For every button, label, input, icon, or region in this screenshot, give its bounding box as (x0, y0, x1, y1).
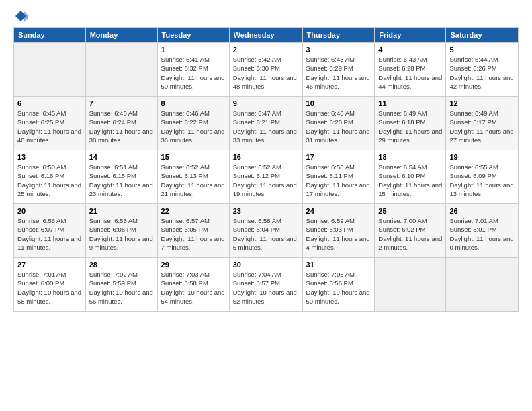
calendar-cell: 5Sunrise: 6:44 AM Sunset: 6:26 PM Daylig… (446, 43, 519, 97)
day-info: Sunrise: 6:56 AM Sunset: 6:06 PM Dayligh… (89, 216, 154, 252)
calendar-cell (375, 258, 446, 312)
day-number: 2 (233, 46, 299, 54)
calendar-cell: 19Sunrise: 6:55 AM Sunset: 6:09 PM Dayli… (446, 150, 519, 204)
day-number: 9 (233, 99, 299, 107)
day-info: Sunrise: 6:52 AM Sunset: 6:13 PM Dayligh… (161, 163, 226, 198)
calendar-table: SundayMondayTuesdayWednesdayThursdayFrid… (13, 27, 519, 312)
day-header-thursday: Thursday (302, 28, 375, 43)
calendar-cell: 13Sunrise: 6:50 AM Sunset: 6:16 PM Dayli… (14, 150, 86, 204)
day-header-tuesday: Tuesday (157, 28, 229, 43)
day-number: 3 (306, 46, 371, 54)
calendar-cell: 23Sunrise: 6:58 AM Sunset: 6:04 PM Dayli… (229, 204, 302, 258)
day-header-friday: Friday (375, 28, 446, 43)
day-info: Sunrise: 6:53 AM Sunset: 6:11 PM Dayligh… (306, 163, 371, 198)
day-number: 28 (89, 261, 154, 269)
day-number: 13 (17, 153, 82, 161)
day-number: 23 (233, 207, 299, 215)
day-info: Sunrise: 6:58 AM Sunset: 6:04 PM Dayligh… (233, 216, 299, 252)
day-info: Sunrise: 7:00 AM Sunset: 6:02 PM Dayligh… (378, 216, 442, 252)
day-info: Sunrise: 6:43 AM Sunset: 6:29 PM Dayligh… (306, 55, 371, 91)
day-number: 1 (161, 46, 226, 54)
calendar-header-row: SundayMondayTuesdayWednesdayThursdayFrid… (14, 28, 519, 43)
calendar-cell: 27Sunrise: 7:01 AM Sunset: 6:00 PM Dayli… (14, 258, 86, 312)
calendar-cell: 26Sunrise: 7:01 AM Sunset: 6:01 PM Dayli… (446, 204, 519, 258)
day-info: Sunrise: 7:01 AM Sunset: 6:01 PM Dayligh… (449, 216, 515, 252)
calendar-cell: 21Sunrise: 6:56 AM Sunset: 6:06 PM Dayli… (85, 204, 157, 258)
day-number: 27 (17, 261, 82, 269)
day-info: Sunrise: 6:55 AM Sunset: 6:09 PM Dayligh… (449, 163, 515, 198)
day-info: Sunrise: 6:46 AM Sunset: 6:22 PM Dayligh… (161, 109, 226, 144)
day-info: Sunrise: 7:04 AM Sunset: 5:57 PM Dayligh… (233, 270, 299, 306)
calendar-cell: 30Sunrise: 7:04 AM Sunset: 5:57 PM Dayli… (229, 258, 302, 312)
calendar-cell: 12Sunrise: 6:49 AM Sunset: 6:17 PM Dayli… (446, 97, 519, 150)
day-number: 21 (89, 207, 154, 215)
day-number: 18 (378, 153, 442, 161)
day-header-wednesday: Wednesday (229, 28, 302, 43)
day-info: Sunrise: 6:52 AM Sunset: 6:12 PM Dayligh… (233, 163, 299, 198)
day-info: Sunrise: 6:50 AM Sunset: 6:16 PM Dayligh… (17, 163, 82, 198)
calendar-cell: 11Sunrise: 6:49 AM Sunset: 6:18 PM Dayli… (375, 97, 446, 150)
day-number: 12 (449, 99, 515, 107)
calendar-cell: 8Sunrise: 6:46 AM Sunset: 6:22 PM Daylig… (157, 97, 229, 150)
day-number: 8 (161, 99, 226, 107)
calendar-cell: 6Sunrise: 6:45 AM Sunset: 6:25 PM Daylig… (14, 97, 86, 150)
logo (13, 11, 28, 21)
day-info: Sunrise: 7:01 AM Sunset: 6:00 PM Dayligh… (17, 270, 82, 306)
day-number: 5 (449, 46, 515, 54)
calendar-cell: 14Sunrise: 6:51 AM Sunset: 6:15 PM Dayli… (85, 150, 157, 204)
day-number: 15 (161, 153, 226, 161)
calendar-cell: 24Sunrise: 6:59 AM Sunset: 6:03 PM Dayli… (302, 204, 375, 258)
calendar-cell: 28Sunrise: 7:02 AM Sunset: 5:59 PM Dayli… (85, 258, 157, 312)
week-row-2: 6Sunrise: 6:45 AM Sunset: 6:25 PM Daylig… (14, 97, 519, 150)
calendar-cell: 25Sunrise: 7:00 AM Sunset: 6:02 PM Dayli… (375, 204, 446, 258)
day-info: Sunrise: 6:49 AM Sunset: 6:18 PM Dayligh… (378, 109, 442, 144)
calendar-cell: 9Sunrise: 6:47 AM Sunset: 6:21 PM Daylig… (229, 97, 302, 150)
calendar-container: SundayMondayTuesdayWednesdayThursdayFrid… (0, 0, 532, 318)
day-number: 22 (161, 207, 226, 215)
calendar-cell: 10Sunrise: 6:48 AM Sunset: 6:20 PM Dayli… (302, 97, 375, 150)
calendar-cell: 17Sunrise: 6:53 AM Sunset: 6:11 PM Dayli… (302, 150, 375, 204)
logo-icon (14, 9, 28, 23)
calendar-cell: 18Sunrise: 6:54 AM Sunset: 6:10 PM Dayli… (375, 150, 446, 204)
day-info: Sunrise: 7:02 AM Sunset: 5:59 PM Dayligh… (89, 270, 154, 306)
week-row-4: 20Sunrise: 6:56 AM Sunset: 6:07 PM Dayli… (14, 204, 519, 258)
header (13, 11, 519, 21)
day-number: 19 (449, 153, 515, 161)
day-info: Sunrise: 6:57 AM Sunset: 6:05 PM Dayligh… (161, 216, 226, 252)
day-info: Sunrise: 7:05 AM Sunset: 5:56 PM Dayligh… (306, 270, 371, 306)
week-row-1: 1Sunrise: 6:41 AM Sunset: 6:32 PM Daylig… (14, 43, 519, 97)
day-info: Sunrise: 6:51 AM Sunset: 6:15 PM Dayligh… (89, 163, 154, 198)
day-number: 16 (233, 153, 299, 161)
svg-marker-1 (24, 11, 28, 23)
calendar-cell: 16Sunrise: 6:52 AM Sunset: 6:12 PM Dayli… (229, 150, 302, 204)
calendar-cell: 1Sunrise: 6:41 AM Sunset: 6:32 PM Daylig… (157, 43, 229, 97)
day-header-saturday: Saturday (446, 28, 519, 43)
day-number: 6 (17, 99, 82, 107)
day-info: Sunrise: 6:54 AM Sunset: 6:10 PM Dayligh… (378, 163, 442, 198)
day-number: 4 (378, 46, 442, 54)
day-number: 10 (306, 99, 371, 107)
day-info: Sunrise: 6:44 AM Sunset: 6:26 PM Dayligh… (449, 55, 515, 91)
calendar-cell: 20Sunrise: 6:56 AM Sunset: 6:07 PM Dayli… (14, 204, 86, 258)
day-info: Sunrise: 6:42 AM Sunset: 6:30 PM Dayligh… (233, 55, 299, 91)
calendar-cell: 4Sunrise: 6:43 AM Sunset: 6:28 PM Daylig… (375, 43, 446, 97)
day-number: 14 (89, 153, 154, 161)
day-info: Sunrise: 6:49 AM Sunset: 6:17 PM Dayligh… (449, 109, 515, 144)
calendar-cell: 2Sunrise: 6:42 AM Sunset: 6:30 PM Daylig… (229, 43, 302, 97)
day-number: 17 (306, 153, 371, 161)
day-info: Sunrise: 6:59 AM Sunset: 6:03 PM Dayligh… (306, 216, 371, 252)
calendar-cell (446, 258, 519, 312)
day-info: Sunrise: 6:56 AM Sunset: 6:07 PM Dayligh… (17, 216, 82, 252)
week-row-3: 13Sunrise: 6:50 AM Sunset: 6:16 PM Dayli… (14, 150, 519, 204)
day-number: 7 (89, 99, 154, 107)
day-number: 11 (378, 99, 442, 107)
day-number: 29 (161, 261, 226, 269)
calendar-cell: 29Sunrise: 7:03 AM Sunset: 5:58 PM Dayli… (157, 258, 229, 312)
day-info: Sunrise: 6:48 AM Sunset: 6:20 PM Dayligh… (306, 109, 371, 144)
calendar-cell: 15Sunrise: 6:52 AM Sunset: 6:13 PM Dayli… (157, 150, 229, 204)
day-info: Sunrise: 6:41 AM Sunset: 6:32 PM Dayligh… (161, 55, 226, 91)
calendar-cell: 3Sunrise: 6:43 AM Sunset: 6:29 PM Daylig… (302, 43, 375, 97)
calendar-cell (85, 43, 157, 97)
day-number: 31 (306, 261, 371, 269)
calendar-cell (14, 43, 86, 97)
